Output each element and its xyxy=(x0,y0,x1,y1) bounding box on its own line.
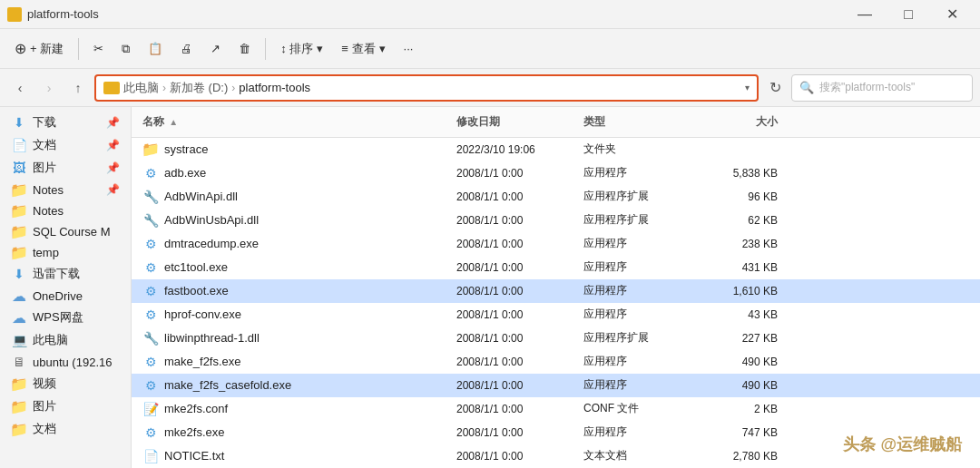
maximize-button[interactable]: □ xyxy=(887,0,929,29)
cell-name-11: 📝 mke2fs.conf xyxy=(132,400,449,418)
new-button[interactable]: ⊕ + 新建 xyxy=(7,36,71,61)
address-path[interactable]: 此电脑 › 新加卷 (D:) › platform-tools ▾ xyxy=(94,74,759,102)
breadcrumb-computer[interactable]: 此电脑 xyxy=(123,80,159,96)
breadcrumb-folder[interactable]: platform-tools xyxy=(239,81,310,94)
toolbar-separator-2 xyxy=(265,38,266,60)
file-name-9: make_f2fs.exe xyxy=(164,355,241,368)
cell-size-3: 62 KB xyxy=(694,212,785,229)
sidebar-item-thispc[interactable]: 💻 此电脑 xyxy=(4,329,127,351)
table-row[interactable]: ⚙ adb.exe 2008/1/1 0:00 应用程序 5,838 KB xyxy=(132,161,980,185)
cell-date-11: 2008/1/1 0:00 xyxy=(449,401,576,417)
delete-button[interactable]: 🗑 xyxy=(231,38,258,59)
file-name-0: systrace xyxy=(164,142,208,156)
cell-type-5: 应用程序 xyxy=(576,258,694,277)
sidebar-item-video[interactable]: 📁 视频 xyxy=(4,373,127,395)
cell-name-2: 🔧 AdbWinApi.dll xyxy=(132,188,449,206)
table-row[interactable]: ⚙ dmtracedump.exe 2008/1/1 0:00 应用程序 238… xyxy=(132,232,980,256)
cell-type-6: 应用程序 xyxy=(576,281,694,300)
minimize-button[interactable]: — xyxy=(844,0,886,29)
table-row[interactable]: ⚙ fastboot.exe 2008/1/1 0:00 应用程序 1,610 … xyxy=(132,279,980,303)
cell-type-7: 应用程序 xyxy=(576,305,694,324)
sidebar-item-ubuntu[interactable]: 🖥 ubuntu (192.16 xyxy=(4,352,127,372)
wps-icon: ☁ xyxy=(11,310,27,325)
col-header-name[interactable]: 名称 ▲ xyxy=(132,111,449,133)
table-row[interactable]: 🔧 AdbWinApi.dll 2008/1/1 0:00 应用程序扩展 96 … xyxy=(132,185,980,209)
cell-name-13: 📄 NOTICE.txt xyxy=(132,447,449,465)
download-icon: ⬇ xyxy=(11,115,27,130)
title-bar: platform-tools — □ ✕ xyxy=(0,0,980,29)
thunder-icon: ⬇ xyxy=(11,267,27,281)
table-row[interactable]: ⚙ hprof-conv.exe 2008/1/1 0:00 应用程序 43 K… xyxy=(132,303,980,327)
sidebar-label-video: 视频 xyxy=(33,375,120,392)
cell-type-1: 应用程序 xyxy=(576,163,694,182)
cell-date-8: 2008/1/1 0:00 xyxy=(449,330,576,346)
file-name-11: mke2fs.conf xyxy=(164,402,228,415)
table-row[interactable]: 📝 mke2fs.conf 2008/1/1 0:00 CONF 文件 2 KB xyxy=(132,397,980,421)
sidebar-item-docs[interactable]: 📄 文档 📌 xyxy=(4,134,127,156)
sidebar-label-thispc: 此电脑 xyxy=(33,332,120,348)
close-button[interactable]: ✕ xyxy=(931,0,973,29)
file-icon-12: ⚙ xyxy=(142,425,159,440)
breadcrumb-sep-2: › xyxy=(231,82,235,94)
cell-size-13: 2,780 KB xyxy=(694,448,785,464)
sidebar-label-wps: WPS网盘 xyxy=(33,309,120,326)
cut-button[interactable]: ✂ xyxy=(86,38,111,59)
col-header-type[interactable]: 类型 xyxy=(576,111,694,133)
cell-type-2: 应用程序扩展 xyxy=(576,187,694,206)
up-button[interactable]: ↑ xyxy=(65,75,91,101)
print-button[interactable]: 🖨 xyxy=(173,38,200,59)
back-button[interactable]: ‹ xyxy=(7,75,33,101)
file-icon-2: 🔧 xyxy=(142,190,159,204)
sort-button[interactable]: ↕ 排序 ▾ xyxy=(273,37,330,61)
sort-chevron: ▾ xyxy=(317,42,323,55)
table-row[interactable]: 📄 NOTICE.txt 2008/1/1 0:00 文本文档 2,780 KB xyxy=(132,444,980,468)
cell-type-13: 文本文档 xyxy=(576,446,694,465)
sidebar-item-thunder[interactable]: ⬇ 迅雷下载 xyxy=(4,263,127,285)
sidebar-item-onedrive[interactable]: ☁ OneDrive xyxy=(4,286,127,306)
table-row[interactable]: 📁 systrace 2022/3/10 19:06 文件夹 xyxy=(132,138,980,161)
file-name-3: AdbWinUsbApi.dll xyxy=(164,213,259,227)
address-dropdown-arrow[interactable]: ▾ xyxy=(745,83,750,93)
cell-type-9: 应用程序 xyxy=(576,352,694,371)
search-box[interactable]: 🔍 搜索"platform-tools" xyxy=(791,74,973,102)
sidebar-item-pictures[interactable]: 🖼 图片 📌 xyxy=(4,157,127,179)
sidebar-label-notes1: Notes xyxy=(33,183,101,197)
refresh-button[interactable]: ↻ xyxy=(762,75,788,101)
sidebar-label-download: 下载 xyxy=(33,114,101,131)
col-header-date[interactable]: 修改日期 xyxy=(449,111,576,133)
breadcrumb-drive[interactable]: 新加卷 (D:) xyxy=(170,80,228,96)
table-row[interactable]: 🔧 libwinpthread-1.dll 2008/1/1 0:00 应用程序… xyxy=(132,327,980,350)
table-row[interactable]: ⚙ mke2fs.exe 2008/1/1 0:00 应用程序 747 KB xyxy=(132,421,980,444)
table-row[interactable]: ⚙ make_f2fs.exe 2008/1/1 0:00 应用程序 490 K… xyxy=(132,350,980,374)
col-header-size[interactable]: 大小 xyxy=(694,111,785,133)
sidebar-item-doc2[interactable]: 📁 文档 xyxy=(4,418,127,440)
paste-button[interactable]: 📋 xyxy=(141,38,170,59)
sidebar-item-sql[interactable]: 📁 SQL Course M xyxy=(4,221,127,241)
sidebar-label-notes2: Notes xyxy=(33,204,120,218)
doc2-folder-icon: 📁 xyxy=(11,422,27,436)
sidebar-item-notes2[interactable]: 📁 Notes xyxy=(4,200,127,220)
table-row[interactable]: ⚙ make_f2fs_casefold.exe 2008/1/1 0:00 应… xyxy=(132,374,980,397)
address-bar: ‹ › ↑ 此电脑 › 新加卷 (D:) › platform-tools ▾ … xyxy=(0,69,980,107)
share-button[interactable]: ↗ xyxy=(203,38,228,59)
table-row[interactable]: ⚙ etc1tool.exe 2008/1/1 0:00 应用程序 431 KB xyxy=(132,256,980,279)
cell-size-7: 43 KB xyxy=(694,307,785,323)
forward-button[interactable]: › xyxy=(36,75,62,101)
sidebar-item-temp[interactable]: 📁 temp xyxy=(4,242,127,262)
file-icon-10: ⚙ xyxy=(142,378,159,393)
copy-button[interactable]: ⧉ xyxy=(114,38,137,60)
table-row[interactable]: 🔧 AdbWinUsbApi.dll 2008/1/1 0:00 应用程序扩展 … xyxy=(132,209,980,232)
sidebar-item-notes1[interactable]: 📁 Notes 📌 xyxy=(4,180,127,200)
cell-size-12: 747 KB xyxy=(694,424,785,441)
more-button[interactable]: ··· xyxy=(397,38,421,59)
cell-size-0 xyxy=(694,148,785,151)
file-name-2: AdbWinApi.dll xyxy=(164,190,238,203)
notes2-folder-icon: 📁 xyxy=(11,203,27,218)
view-button[interactable]: ≡ 查看 ▾ xyxy=(334,37,392,61)
sidebar-item-download[interactable]: ⬇ 下载 📌 xyxy=(4,112,127,133)
video-folder-icon: 📁 xyxy=(11,376,27,391)
sidebar-item-pic2[interactable]: 📁 图片 xyxy=(4,395,127,417)
file-name-1: adb.exe xyxy=(164,166,206,180)
view-label: ≡ 查看 xyxy=(341,41,375,57)
sidebar-item-wps[interactable]: ☁ WPS网盘 xyxy=(4,307,127,328)
